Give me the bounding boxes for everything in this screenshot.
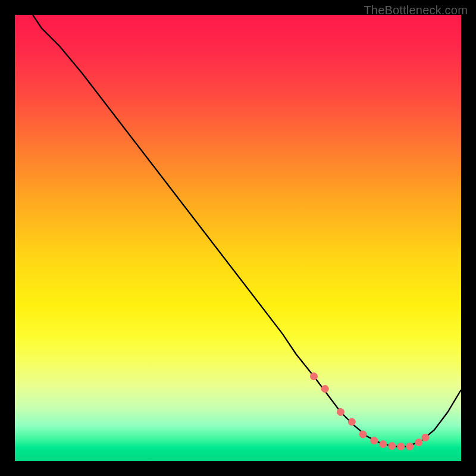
chart-marker-dot xyxy=(337,408,345,416)
chart-marker-dot xyxy=(415,439,422,446)
chart-plot-area xyxy=(15,15,461,461)
chart-svg xyxy=(15,15,461,461)
chart-marker-dot xyxy=(370,437,378,444)
chart-marker-dot xyxy=(310,372,318,380)
chart-marker-group xyxy=(310,372,430,450)
chart-marker-dot xyxy=(379,440,387,448)
chart-marker-dot xyxy=(348,418,356,426)
chart-marker-dot xyxy=(321,385,329,393)
chart-curve xyxy=(33,15,461,446)
chart-marker-dot xyxy=(388,442,396,450)
watermark-text: TheBottleneck.com xyxy=(364,4,468,17)
chart-marker-dot xyxy=(422,434,430,441)
chart-marker-dot xyxy=(359,431,367,439)
chart-marker-dot xyxy=(406,443,414,450)
chart-marker-dot xyxy=(397,443,405,450)
